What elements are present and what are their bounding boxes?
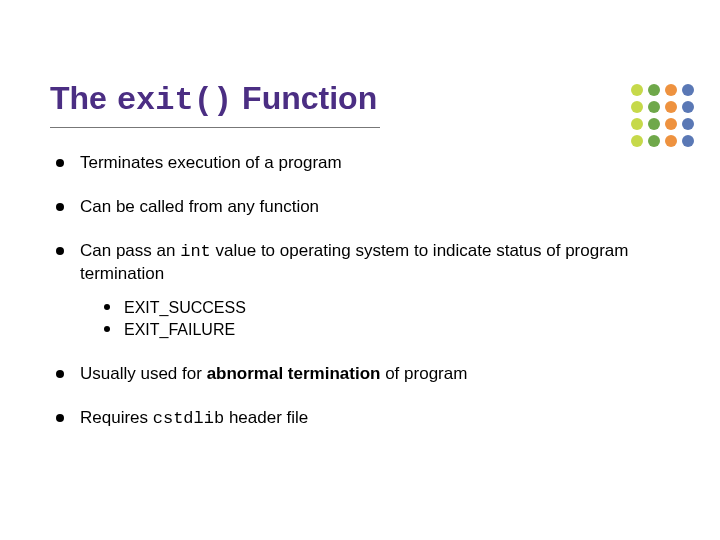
sub-bullet-text: EXIT_SUCCESS [124,299,246,316]
bullet-item: Terminates execution of a program [56,152,670,174]
title-underline [50,127,380,128]
title-prefix: The [50,80,107,117]
sub-bullet-text: EXIT_FAILURE [124,321,235,338]
dot-icon [648,84,660,96]
title-suffix: Function [242,80,377,117]
bullet-item: Requires cstdlib header file [56,407,670,430]
dot-icon [682,84,694,96]
bullet-item: Can be called from any function [56,196,670,218]
sub-bullet-list: EXIT_SUCCESS EXIT_FAILURE [80,297,670,340]
dot-icon [631,84,643,96]
bullet-item: Usually used for abnormal termination of… [56,363,670,385]
bullet-text-pre: Usually used for [80,364,207,383]
dot-icon [682,101,694,113]
dot-icon [682,135,694,147]
slide: The exit() Function Terminates execution… [0,0,720,540]
dot-icon [682,118,694,130]
decorative-dots [631,84,694,147]
title-code: exit() [117,82,232,119]
dot-icon [631,118,643,130]
bullet-text-pre: Can pass an [80,241,180,260]
dot-icon [648,101,660,113]
bullet-code: int [180,242,211,261]
dot-icon [631,101,643,113]
dot-icon [631,135,643,147]
bullet-text: Can be called from any function [80,197,319,216]
dot-icon [648,118,660,130]
dot-icon [665,84,677,96]
dot-icon [648,135,660,147]
bullet-text-post: of program [380,364,467,383]
sub-bullet-item: EXIT_SUCCESS [104,297,670,319]
dot-icon [665,135,677,147]
dot-icon [665,101,677,113]
sub-bullet-item: EXIT_FAILURE [104,319,670,341]
bullet-text-pre: Requires [80,408,153,427]
bullet-item: Can pass an int value to operating syste… [56,240,670,340]
bullet-text: Terminates execution of a program [80,153,342,172]
bullet-text-post: header file [224,408,308,427]
bullet-list: Terminates execution of a program Can be… [50,152,670,430]
bullet-bold: abnormal termination [207,364,381,383]
slide-title: The exit() Function [50,80,670,119]
bullet-code: cstdlib [153,409,224,428]
dot-icon [665,118,677,130]
